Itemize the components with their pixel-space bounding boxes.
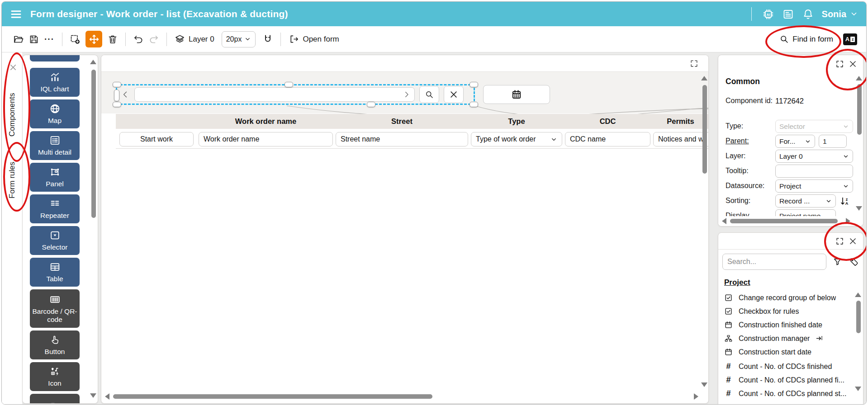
select-add-button[interactable] [67,32,83,47]
street-name-input[interactable]: Street name [336,132,468,146]
selection-handle[interactable] [470,102,478,107]
field-item[interactable]: Construction manager [724,334,851,343]
field-item[interactable]: # Count - No. of CDCs finished [724,362,851,371]
work-order-type-select[interactable]: Type of work order [471,132,562,146]
component-multi-detail[interactable]: Multi detail [30,131,80,160]
fields-group-heading[interactable]: Project [724,278,750,287]
undo-button[interactable] [131,32,146,47]
grid-size-select[interactable]: 20px [222,31,256,47]
sidebar-scroll-down[interactable] [90,393,96,398]
canvas-scroll-down[interactable] [701,382,707,387]
search-button[interactable] [419,86,439,103]
field-item[interactable]: # Count - No. of CDCs planned fi... [724,375,851,385]
permits-input[interactable]: Notices and w [653,132,709,146]
component-button[interactable]: Button [30,330,80,359]
translate-a: A [845,36,849,42]
tab-form-rules[interactable]: Form rules [2,157,22,203]
component-repeater[interactable]: Repeater [30,194,80,223]
canvas-scroll-up[interactable] [701,76,707,80]
field-item[interactable]: Construction start date [724,348,851,356]
parent-label[interactable]: Parent: [726,137,775,145]
filter-icon[interactable] [833,257,843,267]
notifications-bell-icon[interactable] [802,8,814,20]
chevron-right-icon[interactable] [403,90,411,99]
properties-v-scrollbar[interactable] [857,84,862,135]
expand-icon[interactable] [690,59,698,68]
selection-handle[interactable] [367,102,375,107]
selection-handle[interactable] [113,102,121,107]
tab-components[interactable]: Components [2,74,22,156]
component-iql-chart[interactable]: IQL chart [30,68,80,97]
record-search-input[interactable] [134,87,415,102]
expand-icon[interactable] [835,60,844,68]
field-item[interactable]: # Count - No. of CDCs planned st... [724,389,851,398]
field-item[interactable]: Construction finished date [724,321,851,329]
canvas-v-scrollbar[interactable] [702,85,707,174]
selection-handle[interactable] [113,82,121,87]
snap-magnet-button[interactable] [260,32,275,47]
chevron-left-icon[interactable] [121,90,130,99]
ai-chip-icon[interactable] [762,8,774,20]
parent-select[interactable]: For... [775,135,815,148]
user-menu[interactable]: Sonia [822,9,858,19]
menu-icon[interactable] [10,8,22,20]
component-gantt-chart[interactable]: Gantt chart [30,55,80,61]
field-item[interactable]: Checkbox for rules [724,307,851,316]
fields-v-scrollbar[interactable] [856,301,861,333]
redo-button[interactable] [146,32,161,47]
tag-icon[interactable] [849,257,859,267]
globe-icon [49,103,61,114]
calendar-button[interactable] [483,85,550,104]
selection-handle[interactable] [470,82,478,87]
find-in-form-button[interactable]: Find in form [779,34,833,44]
expand-icon[interactable] [835,237,844,245]
more-button[interactable]: ··· [42,32,57,47]
release-notes-icon[interactable] [782,8,794,20]
canvas-scroll-left[interactable] [105,393,109,400]
sorting-select[interactable]: Record ... [775,194,836,208]
fields-scroll-down[interactable] [855,387,861,391]
component-selector[interactable]: Selector [30,226,80,255]
properties-scroll-left[interactable] [722,218,726,224]
open-button[interactable] [11,32,26,47]
close-icon[interactable] [849,60,857,68]
close-icon[interactable] [849,237,857,245]
work-order-name-input[interactable]: Work order name [199,132,333,146]
design-canvas[interactable]: Work order name Street Type CDC Permits … [101,55,709,404]
component-panel[interactable]: Panel [30,163,80,192]
fields-search-input[interactable] [722,254,826,270]
cdc-name-input[interactable]: CDC name [565,132,650,146]
properties-scroll-up[interactable] [856,76,862,80]
selection-handle[interactable] [114,90,119,101]
layer-select[interactable]: Layer 0 [775,150,853,163]
canvas-scroll-right[interactable] [694,393,698,400]
move-tool-button[interactable] [85,31,102,47]
sidebar-scrollbar[interactable] [91,70,96,218]
selection-handle[interactable] [285,82,293,87]
save-button[interactable] [26,32,42,47]
component-map[interactable]: Map [30,99,80,128]
parent-index-input[interactable]: 1 [819,135,847,148]
properties-scroll-right[interactable] [846,218,850,224]
properties-scroll-down[interactable] [856,206,862,211]
properties-h-scrollbar[interactable] [730,219,838,223]
selected-search-component[interactable] [116,84,475,105]
sidebar-scroll-up[interactable] [90,60,96,64]
component-icon[interactable]: Icon [30,362,80,391]
clear-search-button[interactable] [444,86,464,103]
canvas-h-scrollbar[interactable] [113,394,432,399]
fields-scroll-up[interactable] [855,293,861,297]
open-form-button[interactable]: Open form [289,34,339,44]
layer-selector[interactable]: Layer 0 [175,34,214,44]
field-item[interactable]: Change record group of below [724,293,851,302]
component-table[interactable]: Table [30,258,80,287]
start-work-button[interactable]: Start work [119,132,194,146]
delete-button[interactable] [105,32,120,47]
translate-button[interactable]: A z [843,33,857,45]
tooltip-input[interactable] [775,165,853,178]
close-icon[interactable] [9,63,17,71]
component-tag[interactable] [30,394,80,404]
sort-za-icon[interactable] [840,196,850,207]
datasource-select[interactable]: Project [775,179,853,193]
component-barcode-qr[interactable]: Barcode / QR-code [30,289,80,328]
